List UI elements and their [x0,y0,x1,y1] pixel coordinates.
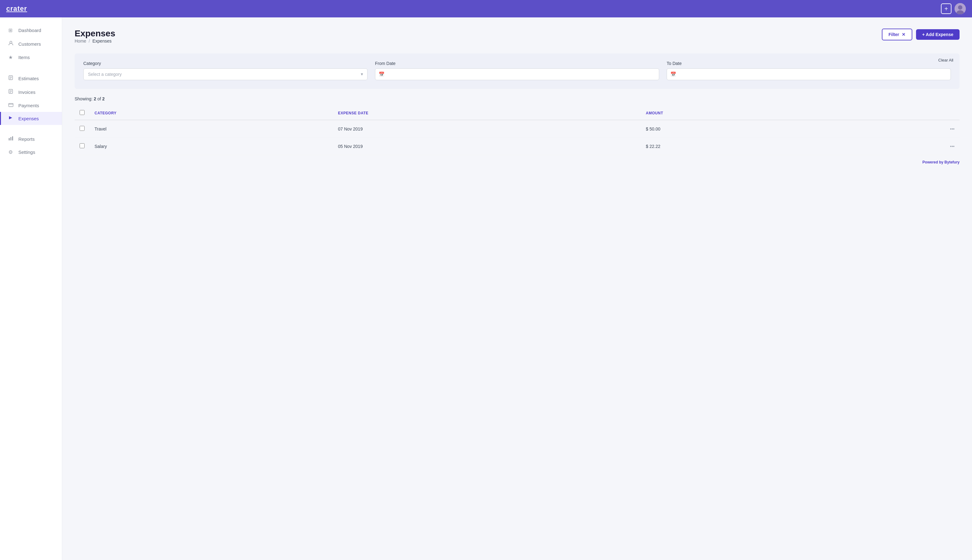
filter-panel: Clear All Category Select a category ▼ F… [75,53,960,89]
svg-rect-17 [12,137,13,141]
table-body: Travel 07 Nov 2019 $ 50.00 ••• Salary 05… [75,120,960,155]
expense-date-col-label: EXPENSE DATE [338,111,369,115]
table-head: CATEGORY EXPENSE DATE AMOUNT [75,106,960,120]
table-row: Travel 07 Nov 2019 $ 50.00 ••• [75,120,960,138]
page-title-area: Expenses Home / Expenses [75,28,115,51]
sidebar-item-label: Payments [18,103,39,108]
sidebar-item-estimates[interactable]: Estimates [0,72,62,85]
dashboard-icon: ⊞ [8,27,14,33]
row-1-checkbox[interactable] [80,126,85,131]
table-row: Salary 05 Nov 2019 $ 22.22 ••• [75,138,960,155]
from-date-label: From Date [375,61,659,66]
sidebar-item-payments[interactable]: Payments [0,99,62,112]
breadcrumb-current: Expenses [92,38,111,43]
sidebar-item-invoices[interactable]: Invoices [0,85,62,99]
row-1-category: Travel [90,120,333,138]
select-all-col [75,106,90,120]
category-col-label: CATEGORY [95,111,117,115]
sidebar-item-label: Expenses [18,116,39,121]
sidebar-item-items[interactable]: ★ Items [0,51,62,64]
showing-current: 2 [94,96,96,101]
layout: ⊞ Dashboard Customers ★ Items Estimates [0,17,972,560]
table-header-row: CATEGORY EXPENSE DATE AMOUNT [75,106,960,120]
sidebar-item-reports[interactable]: Reports [0,132,62,145]
showing-prefix: Showing: [75,96,93,101]
sidebar-item-customers[interactable]: Customers [0,37,62,51]
svg-rect-12 [9,103,13,107]
reports-icon [8,136,14,142]
filter-close-icon: ✕ [902,32,905,37]
invoices-icon [8,89,14,95]
svg-rect-16 [10,137,12,140]
page-header: Expenses Home / Expenses Filter ✕ + Add … [75,28,960,51]
add-button[interactable]: + [941,3,952,14]
sidebar-divider-2 [0,125,62,132]
row-2-amount: $ 22.22 [641,138,849,155]
footer: Powered by Bytefury [75,155,960,167]
header-buttons: Filter ✕ + Add Expense [882,28,960,40]
showing-total: 2 [102,96,105,101]
expenses-icon [8,116,14,121]
sidebar-item-label: Invoices [18,90,35,95]
row-2-checkbox-cell [75,138,90,155]
select-all-checkbox[interactable] [80,110,85,115]
expense-table: CATEGORY EXPENSE DATE AMOUNT Trav [75,106,960,155]
to-date-input[interactable] [666,68,951,80]
row-1-checkbox-cell [75,120,90,138]
items-icon: ★ [8,54,14,60]
sidebar-item-label: Estimates [18,76,39,81]
row-2-category: Salary [90,138,333,155]
to-date-label: To Date [666,61,951,66]
category-filter-group: Category Select a category ▼ [84,61,367,80]
category-select[interactable]: Select a category [84,68,367,80]
svg-point-3 [10,41,12,43]
svg-rect-15 [9,138,10,140]
to-date-input-wrapper: 📅 [666,68,951,80]
row-1-date: 07 Nov 2019 [333,120,641,138]
sidebar-item-label: Customers [18,41,41,47]
calendar-icon-2: 📅 [670,72,676,77]
category-select-wrapper: Select a category ▼ [84,68,367,80]
customers-icon [8,41,14,47]
from-date-filter-group: From Date 📅 [375,61,659,80]
clear-all-button[interactable]: Clear All [939,58,954,62]
logo-text: crater [6,5,27,12]
avatar[interactable] [955,3,966,14]
from-date-input-wrapper: 📅 [375,68,659,80]
sidebar-item-expenses[interactable]: Expenses [0,112,62,125]
actions-col-header [849,106,960,120]
app-logo: crater [6,5,27,13]
row-2-date: 05 Nov 2019 [333,138,641,155]
sidebar-item-settings[interactable]: ⚙ Settings [0,145,62,159]
svg-point-1 [958,5,962,10]
payments-icon [8,103,14,108]
main-content: Expenses Home / Expenses Filter ✕ + Add … [62,17,972,560]
showing-of: of [97,96,101,101]
from-date-input[interactable] [375,68,659,80]
sidebar-item-label: Settings [18,150,35,155]
add-expense-label: + Add Expense [922,32,954,37]
add-expense-button[interactable]: + Add Expense [916,29,960,40]
powered-by-label: Powered by [923,160,944,164]
filter-button[interactable]: Filter ✕ [882,28,912,40]
brand-label: Bytefury [944,160,960,164]
page-title: Expenses [75,28,115,38]
topbar: crater + [0,0,972,17]
estimates-icon [8,75,14,82]
category-col-header: CATEGORY [90,106,333,120]
category-label: Category [84,61,367,66]
sidebar-item-label: Items [18,55,30,60]
to-date-filter-group: To Date 📅 [666,61,951,80]
row-2-checkbox[interactable] [80,143,85,148]
sidebar-item-dashboard[interactable]: ⊞ Dashboard [0,23,62,37]
expense-date-col-header: EXPENSE DATE [333,106,641,120]
amount-col-label: AMOUNT [646,111,663,115]
amount-col-header: AMOUNT [641,106,849,120]
sidebar-item-label: Dashboard [18,28,41,33]
breadcrumb-home[interactable]: Home [75,38,86,43]
row-1-actions[interactable]: ••• [849,120,960,138]
settings-icon: ⚙ [8,149,14,155]
topbar-right: + [941,3,966,14]
svg-marker-14 [9,116,12,119]
row-2-actions[interactable]: ••• [849,138,960,155]
